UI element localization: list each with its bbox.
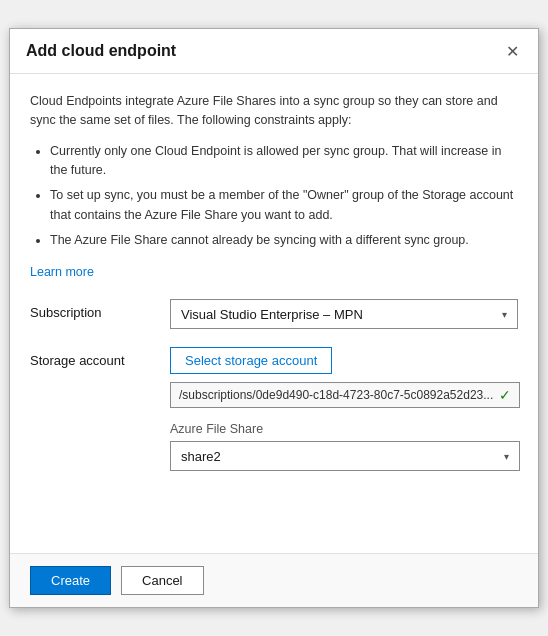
storage-account-control: Select storage account /subscriptions/0d… [170, 347, 520, 471]
azure-file-label: Azure File Share [170, 422, 520, 436]
azure-file-value: share2 [181, 449, 504, 464]
create-button[interactable]: Create [30, 566, 111, 595]
constraints-list: Currently only one Cloud Endpoint is all… [30, 142, 518, 251]
subscription-control: Visual Studio Enterprise – MPN ▾ [170, 299, 518, 329]
select-storage-account-button[interactable]: Select storage account [170, 347, 332, 374]
check-icon: ✓ [499, 387, 511, 403]
azure-file-dropdown[interactable]: share2 ▾ [170, 441, 520, 471]
constraint-item: The Azure File Share cannot already be s… [50, 231, 518, 250]
description-intro: Cloud Endpoints integrate Azure File Sha… [30, 92, 518, 130]
storage-account-label: Storage account [30, 347, 170, 368]
learn-more-link[interactable]: Learn more [30, 265, 94, 279]
subscription-dropdown[interactable]: Visual Studio Enterprise – MPN ▾ [170, 299, 518, 329]
azure-file-section: Azure File Share share2 ▾ [170, 422, 520, 471]
storage-path-text: /subscriptions/0de9d490-c18d-4723-80c7-5… [179, 388, 493, 402]
dialog-title: Add cloud endpoint [26, 42, 176, 60]
storage-path-display: /subscriptions/0de9d490-c18d-4723-80c7-5… [170, 382, 520, 408]
chevron-down-icon: ▾ [502, 309, 507, 320]
chevron-down-icon: ▾ [504, 451, 509, 462]
subscription-value: Visual Studio Enterprise – MPN [181, 307, 502, 322]
constraint-item: Currently only one Cloud Endpoint is all… [50, 142, 518, 181]
dialog-footer: Create Cancel [10, 553, 538, 607]
close-button[interactable]: ✕ [500, 39, 524, 63]
storage-account-row: Storage account Select storage account /… [30, 347, 518, 471]
cancel-button[interactable]: Cancel [121, 566, 203, 595]
add-cloud-endpoint-dialog: Add cloud endpoint ✕ Cloud Endpoints int… [9, 28, 539, 608]
dialog-body: Cloud Endpoints integrate Azure File Sha… [10, 74, 538, 553]
subscription-label: Subscription [30, 299, 170, 320]
dialog-titlebar: Add cloud endpoint ✕ [10, 29, 538, 74]
subscription-row: Subscription Visual Studio Enterprise – … [30, 299, 518, 329]
constraint-item: To set up sync, you must be a member of … [50, 186, 518, 225]
